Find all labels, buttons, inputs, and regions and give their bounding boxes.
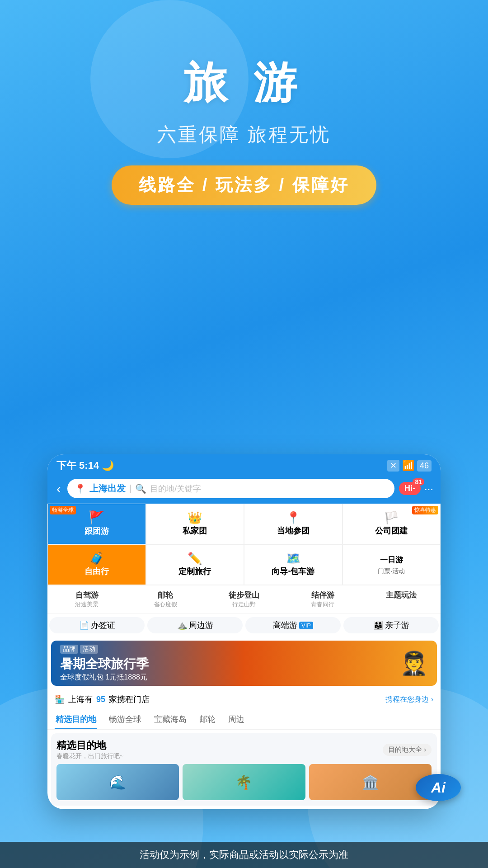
back-button[interactable]: ‹ bbox=[55, 479, 63, 498]
phone-mockup: 下午 5:14 🌙 ✕ 📶 46 ‹ 📍 上海出发 | 🔍 目的地/关键字 Hi… bbox=[47, 454, 441, 809]
tag-family[interactable]: 👨‍👩‍👧 亲子游 bbox=[343, 617, 439, 633]
tag-luxury[interactable]: 高端游 VIP bbox=[245, 617, 341, 633]
wifi-icon: 📶 bbox=[402, 460, 414, 472]
disclaimer: 活动仅为示例，实际商品或活动以实际公示为准 bbox=[0, 842, 488, 868]
cat-company-tour[interactable]: 惊喜特惠 🏳️ 公司团建 bbox=[343, 504, 441, 544]
tab-cruise[interactable]: 邮轮 bbox=[198, 709, 216, 729]
hero-badge[interactable]: 线路全 / 玩法多 / 保障好 bbox=[112, 165, 376, 205]
crown-icon: 👑 bbox=[188, 512, 202, 524]
banner-title: 暑期全球旅行季 bbox=[60, 656, 149, 673]
dest-images: 🌊 🌴 🏛️ bbox=[56, 764, 432, 800]
search-icon: 🔍 bbox=[135, 483, 146, 494]
category-grid-row2: 🧳 自由行 ✏️ 定制旅行 🗺️ 向导·包车游 一日游门票·活动 bbox=[47, 544, 441, 585]
banner-tag2: 活动 bbox=[80, 645, 98, 654]
banner-illustration: 🧑‍✈️ bbox=[400, 650, 428, 676]
more-button[interactable]: ··· bbox=[424, 482, 433, 495]
bag-icon: 🧳 bbox=[89, 552, 104, 564]
cat-label-company: 公司团建 bbox=[375, 525, 408, 536]
notification-badge: 81 bbox=[413, 478, 424, 486]
moon-icon: 🌙 bbox=[102, 460, 114, 472]
brush-icon: ✏️ bbox=[188, 552, 202, 564]
ai-bubble[interactable]: Ai bbox=[416, 774, 461, 801]
cat-self-drive[interactable]: 自驾游 沿途美景 bbox=[47, 585, 126, 613]
hi-button[interactable]: Hi- 81 bbox=[399, 482, 421, 495]
special-tag: 惊喜特惠 bbox=[412, 506, 438, 514]
status-bar: 下午 5:14 🌙 ✕ 📶 46 bbox=[47, 454, 441, 475]
dest-header: 精选目的地 春暖花开，出门旅行吧~ 目的地大全 › bbox=[56, 739, 432, 760]
store-info: 🏪 上海有 95 家携程门店 携程在您身边 › bbox=[47, 689, 441, 709]
mountain-icon: ⛰️ bbox=[177, 620, 187, 630]
search-bar[interactable]: 📍 上海出发 | 🔍 目的地/关键字 bbox=[67, 479, 394, 498]
dest-image-3[interactable]: 🏛️ bbox=[309, 764, 432, 800]
cat-cruise[interactable]: 邮轮 省心度假 bbox=[126, 585, 205, 613]
nav-actions: Hi- 81 ··· bbox=[399, 482, 433, 495]
search-placeholder: 目的地/关键字 bbox=[150, 483, 201, 494]
dest-subtitle: 春暖花开，出门旅行吧~ bbox=[56, 752, 123, 760]
hero-section: 旅 游 六重保障 旅程无忧 线路全 / 玩法多 / 保障好 bbox=[0, 0, 488, 205]
hero-title: 旅 游 bbox=[0, 54, 488, 113]
vip-badge: VIP bbox=[299, 622, 313, 629]
family-icon: 👨‍👩‍👧 bbox=[373, 620, 383, 630]
cat-label-custom: 定制旅行 bbox=[178, 566, 211, 577]
dest-section: 精选目的地 春暖花开，出门旅行吧~ 目的地大全 › 🌊 🌴 🏛️ bbox=[51, 733, 437, 806]
status-icons: ✕ 📶 46 bbox=[387, 460, 432, 472]
guide-icon: 🗺️ bbox=[286, 552, 300, 564]
cat-tag-chuanyou: 畅游全球 bbox=[50, 506, 76, 514]
flag-icon: 🚩 bbox=[89, 511, 104, 524]
dest-info: 精选目的地 春暖花开，出门旅行吧~ bbox=[56, 739, 123, 760]
cat-label-private: 私家团 bbox=[183, 525, 207, 536]
category-row3: 自驾游 沿途美景 邮轮 省心度假 徒步登山 行走山野 结伴游 青春同行 主题玩法 bbox=[47, 585, 441, 613]
tab-island[interactable]: 宝藏海岛 bbox=[153, 709, 188, 729]
category-grid-row1: 畅游全球 🚩 跟团游 👑 私家团 📍 当地参团 惊喜特惠 🏳️ 公司团建 bbox=[47, 504, 441, 544]
status-time: 下午 5:14 🌙 bbox=[56, 459, 114, 472]
dest-all-button[interactable]: 目的地大全 › bbox=[383, 744, 432, 756]
store-icon: 🏪 bbox=[55, 694, 65, 704]
nav-bar: ‹ 📍 上海出发 | 🔍 目的地/关键字 Hi- 81 ··· bbox=[47, 475, 441, 504]
cat-label-guide: 向导·包车游 bbox=[272, 566, 314, 577]
tab-nearby[interactable]: 周边 bbox=[227, 709, 245, 729]
category-row4: 📄 办签证 ⛰️ 周边游 高端游 VIP 👨‍👩‍👧 亲子游 bbox=[47, 613, 441, 637]
pin-icon: 📍 bbox=[286, 512, 300, 524]
tab-selected-dest[interactable]: 精选目的地 bbox=[55, 709, 97, 729]
cat-follow-tour[interactable]: 畅游全球 🚩 跟团游 bbox=[47, 504, 146, 544]
cat-label-day: 一日游门票·活动 bbox=[378, 555, 405, 576]
battery-icon: 46 bbox=[417, 460, 432, 472]
hero-subtitle: 六重保障 旅程无忧 bbox=[0, 122, 488, 147]
store-left: 🏪 上海有 95 家携程门店 bbox=[55, 694, 150, 705]
cat-day-tour[interactable]: 一日游门票·活动 bbox=[343, 544, 441, 585]
banner-tag1: 品牌 bbox=[60, 645, 78, 654]
cat-hiking[interactable]: 徒步登山 行走山野 bbox=[205, 585, 283, 613]
dest-title: 精选目的地 bbox=[56, 739, 123, 752]
cat-local-tour[interactable]: 📍 当地参团 bbox=[244, 504, 343, 544]
cat-custom-travel[interactable]: ✏️ 定制旅行 bbox=[146, 544, 244, 585]
banner-text: 品牌 活动 暑期全球旅行季 全球度假礼包 1元抵1888元 bbox=[60, 645, 149, 682]
cat-free-travel[interactable]: 🧳 自由行 bbox=[47, 544, 146, 585]
cat-guide-tour[interactable]: 🗺️ 向导·包车游 bbox=[244, 544, 343, 585]
flag2-icon: 🏳️ bbox=[384, 512, 399, 524]
tab-world-tour[interactable]: 畅游全球 bbox=[108, 709, 142, 729]
cat-label-local: 当地参团 bbox=[277, 525, 310, 536]
banner-subtitle: 全球度假礼包 1元抵1888元 bbox=[60, 673, 149, 682]
store-link[interactable]: 携程在您身边 › bbox=[385, 695, 433, 704]
cat-label-follow: 跟团游 bbox=[84, 526, 109, 537]
tabs-bar: 精选目的地 畅游全球 宝藏海岛 邮轮 周边 bbox=[47, 709, 441, 730]
signal-icon: ✕ bbox=[387, 460, 399, 472]
visa-icon: 📄 bbox=[79, 620, 89, 630]
tag-visa[interactable]: 📄 办签证 bbox=[49, 617, 145, 633]
cat-label-free: 自由行 bbox=[84, 566, 109, 577]
tag-nearby[interactable]: ⛰️ 周边游 bbox=[147, 617, 243, 633]
cat-theme[interactable]: 主题玩法 bbox=[362, 585, 441, 613]
location-icon: 📍 bbox=[75, 483, 86, 494]
location-text: 上海出发 bbox=[89, 482, 126, 495]
cat-companion[interactable]: 结伴游 青春同行 bbox=[283, 585, 362, 613]
cat-private-tour[interactable]: 👑 私家团 bbox=[146, 504, 244, 544]
dest-image-1[interactable]: 🌊 bbox=[56, 764, 179, 800]
dest-image-2[interactable]: 🌴 bbox=[183, 764, 305, 800]
promo-banner[interactable]: 品牌 活动 暑期全球旅行季 全球度假礼包 1元抵1888元 🧑‍✈️ bbox=[51, 641, 437, 686]
